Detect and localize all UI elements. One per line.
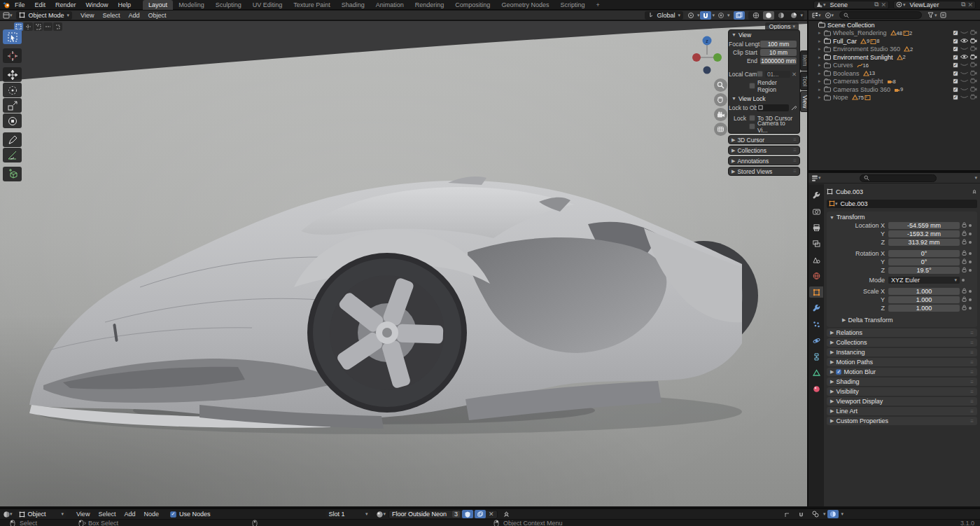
- drag-grip-icon[interactable]: ≡: [793, 158, 797, 164]
- hide-eye-icon[interactable]: [960, 54, 968, 61]
- tool-transform[interactable]: [3, 113, 22, 128]
- properties-tab-physics[interactable]: [809, 335, 823, 346]
- properties-editor-icon[interactable]: [811, 174, 818, 181]
- chevron-down-icon[interactable]: ▾: [727, 13, 730, 18]
- parent-node-button[interactable]: [782, 510, 793, 518]
- hide-eye-icon[interactable]: [960, 62, 968, 69]
- topbar-menu-render[interactable]: Render: [50, 0, 81, 10]
- drag-grip-icon[interactable]: ≡: [970, 359, 974, 366]
- chevron-down-icon[interactable]: ▾: [712, 13, 715, 18]
- properties-panel-instancing[interactable]: ▶Instancing≡: [827, 348, 977, 357]
- properties-tab-tool[interactable]: [809, 190, 823, 201]
- lock-to-object-field[interactable]: [757, 104, 789, 111]
- drag-grip-icon[interactable]: ≡: [970, 418, 974, 424]
- rotation-mode-dropdown[interactable]: XYZ Euler ▾: [888, 277, 960, 284]
- workspace-tab-texture-paint[interactable]: Texture Paint: [288, 0, 336, 10]
- shader-menu-add[interactable]: Add: [120, 511, 139, 518]
- outliner-row[interactable]: ▸Cameras Sunlight8✓: [808, 78, 980, 86]
- workspace-tab-compositing[interactable]: Compositing: [449, 0, 496, 10]
- copy-material-button[interactable]: [475, 510, 486, 518]
- hide-eye-icon[interactable]: [960, 29, 968, 36]
- tool-select-box[interactable]: [3, 29, 22, 44]
- viewport-menu-object[interactable]: Object: [144, 12, 170, 19]
- npanel-panel-stored-views[interactable]: ▶Stored Views≡: [728, 167, 800, 176]
- render-region-checkbox[interactable]: [749, 83, 755, 89]
- transform-panel-header[interactable]: ▼ Transform: [828, 213, 976, 221]
- shading-solid-button[interactable]: [763, 11, 774, 20]
- outliner-row[interactable]: ▸Nope75✓: [808, 94, 980, 102]
- hide-eye-icon[interactable]: [960, 94, 968, 101]
- disclosure-icon[interactable]: ▸: [818, 30, 824, 36]
- npanel-tab-view[interactable]: View: [800, 91, 807, 112]
- disable-render-icon[interactable]: [970, 29, 977, 36]
- ortho-toggle-control[interactable]: [714, 123, 727, 136]
- outliner-row[interactable]: ▸Environment Sunlight2✓: [808, 53, 980, 62]
- lock-icon[interactable]: [962, 222, 967, 229]
- workspace-tab-uv-editing[interactable]: UV Editing: [247, 0, 288, 10]
- disclosure-icon[interactable]: ▸: [818, 55, 824, 60]
- lock-icon[interactable]: [962, 250, 967, 257]
- add-workspace-button[interactable]: +: [590, 0, 605, 10]
- animate-dot[interactable]: [969, 290, 972, 293]
- chevron-down-icon[interactable]: ▾: [800, 13, 803, 18]
- workspace-tab-sculpting[interactable]: Sculpting: [210, 0, 247, 10]
- 3d-viewport[interactable]: Options ▾ z ▼ View Focal Lengt100 mm Cli…: [0, 21, 807, 506]
- properties-tab-modifiers[interactable]: [809, 303, 823, 314]
- focal-length-field[interactable]: 100 mm: [760, 41, 797, 48]
- disclosure-icon[interactable]: ▸: [818, 95, 824, 100]
- number-field[interactable]: -54.559 mm: [888, 222, 960, 229]
- number-field[interactable]: -1593.2 mm: [888, 230, 960, 237]
- animate-dot[interactable]: [969, 307, 972, 310]
- number-field[interactable]: 19.5°: [888, 267, 960, 274]
- properties-tab-render[interactable]: [809, 206, 823, 217]
- tool-scale[interactable]: [3, 98, 22, 113]
- animate-dot[interactable]: [969, 224, 972, 227]
- number-field[interactable]: 0°: [888, 258, 960, 265]
- close-viewlayer-icon[interactable]: ✕: [967, 1, 973, 8]
- pin-icon[interactable]: [503, 511, 510, 518]
- drag-grip-icon[interactable]: ≡: [970, 330, 974, 336]
- scene-selector[interactable]: ▾ Scene ⧉ ✕: [813, 1, 889, 9]
- shading-rendered-button[interactable]: [788, 11, 799, 20]
- chevron-down-icon[interactable]: ▾: [697, 13, 700, 18]
- editor-type-icon[interactable]: [3, 12, 10, 19]
- select-mode-3[interactable]: [43, 22, 52, 31]
- drag-grip-icon[interactable]: ≡: [793, 168, 797, 174]
- properties-panel-motion-blur[interactable]: ▶✓Motion Blur≡: [827, 368, 977, 376]
- material-sphere-icon[interactable]: [376, 511, 383, 518]
- view-lock-header[interactable]: ▼ View Lock: [729, 94, 799, 103]
- clear-icon[interactable]: ✕: [792, 71, 797, 78]
- unlink-material-icon[interactable]: ✕: [489, 511, 494, 518]
- animate-dot[interactable]: [969, 252, 972, 255]
- select-mode-2[interactable]: [34, 22, 43, 31]
- number-field[interactable]: 1.000: [888, 296, 960, 303]
- use-nodes-checkbox[interactable]: ✓: [170, 511, 176, 518]
- panel-checkbox[interactable]: ✓: [836, 369, 841, 375]
- drag-grip-icon[interactable]: ≡: [970, 369, 974, 375]
- orientation-dropdown[interactable]: Global ▾: [645, 11, 683, 20]
- animate-dot[interactable]: [969, 233, 972, 235]
- topbar-menu-help[interactable]: Help: [113, 0, 136, 10]
- disclosure-icon[interactable]: ▸: [818, 78, 824, 84]
- eyedropper-icon[interactable]: [791, 105, 797, 111]
- pivot-point-button[interactable]: [685, 11, 696, 20]
- hide-eye-icon[interactable]: [960, 46, 968, 53]
- shader-editor-icon[interactable]: [3, 511, 10, 518]
- disable-render-icon[interactable]: [970, 54, 977, 61]
- properties-panel-collections[interactable]: ▶Collections≡: [827, 338, 977, 347]
- lock-icon[interactable]: [962, 267, 967, 274]
- properties-panel-shading[interactable]: ▶Shading≡: [827, 378, 977, 386]
- animate-dot[interactable]: [969, 269, 972, 272]
- tool-move[interactable]: [3, 67, 22, 82]
- hide-eye-icon[interactable]: [960, 78, 968, 85]
- disable-render-icon[interactable]: [970, 70, 977, 77]
- number-field[interactable]: 1.000: [888, 288, 960, 295]
- number-field[interactable]: 313.92 mm: [888, 239, 960, 246]
- filter-objects-icon[interactable]: [825, 12, 832, 19]
- viewport-menu-select[interactable]: Select: [98, 12, 124, 19]
- topbar-menu-file[interactable]: File: [10, 0, 30, 10]
- tool-cursor[interactable]: [3, 48, 22, 63]
- lock-icon[interactable]: [962, 239, 967, 246]
- lock-icon[interactable]: [962, 258, 967, 265]
- outliner-editor-icon[interactable]: [811, 12, 818, 19]
